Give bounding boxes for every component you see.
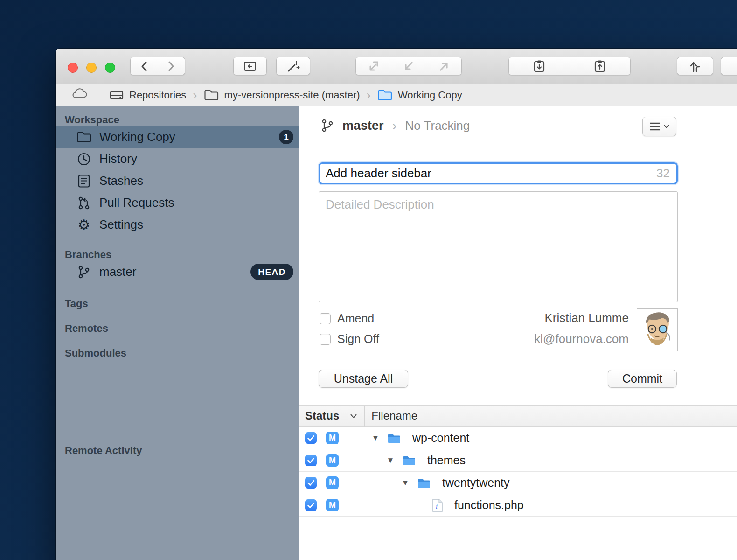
file-row[interactable]: M▼ifunctions.php — [299, 494, 737, 517]
disclosure-triangle-icon[interactable]: ▼ — [369, 434, 382, 443]
branch-icon — [76, 265, 92, 279]
push-button[interactable] — [426, 57, 461, 75]
sidebar-item-history[interactable]: History — [56, 148, 299, 170]
sidebar-item-label: Working Copy — [99, 130, 175, 144]
cloud-icon[interactable] — [71, 87, 89, 103]
unstage-all-button[interactable]: Unstage All — [319, 370, 408, 388]
chevron-down-icon — [664, 125, 669, 128]
commit-subject-wrapper: 32 — [319, 162, 678, 184]
profile-button[interactable] — [721, 57, 737, 75]
file-icon: i — [432, 498, 443, 512]
folder-icon — [402, 455, 416, 466]
sign-off-row: Sign Off — [320, 332, 379, 346]
status-filter-dropdown[interactable] — [350, 414, 357, 418]
drive-icon — [110, 90, 124, 101]
forward-button[interactable] — [158, 57, 185, 75]
desktop-background: Repositories › my-versionpress-site (mas… — [0, 0, 737, 560]
breadcrumb-working-copy[interactable]: Working Copy — [377, 89, 462, 101]
back-button[interactable] — [131, 57, 158, 75]
folder-icon — [204, 89, 219, 101]
arrow-corner-icon — [367, 60, 379, 72]
stage-checkbox[interactable] — [305, 455, 317, 466]
amend-row: Amend — [320, 312, 374, 325]
pull-request-icon — [76, 196, 92, 210]
sidebar-item-stashes[interactable]: Stashes — [56, 170, 299, 192]
traffic-lights — [68, 63, 115, 73]
amend-checkbox[interactable] — [320, 313, 331, 324]
upload-button[interactable] — [677, 57, 713, 75]
file-row[interactable]: M▼wp-content — [299, 427, 737, 449]
upload-icon — [689, 60, 701, 73]
stage-checkbox[interactable] — [305, 432, 317, 444]
save-stash-button[interactable] — [509, 57, 570, 75]
stage-checkbox[interactable] — [305, 499, 317, 511]
file-row[interactable]: M▼themes — [299, 449, 737, 472]
breadcrumb-repositories-label: Repositories — [129, 89, 186, 101]
working-copy-panel: master › No Tracking 32 Amend — [299, 106, 737, 560]
breadcrumb-repositories[interactable]: Repositories — [110, 89, 186, 101]
fetch-button[interactable] — [356, 57, 391, 75]
toolbar — [56, 49, 737, 84]
sidebar-item-working-copy[interactable]: Working Copy 1 — [56, 126, 299, 148]
staged-count-badge: 1 — [279, 130, 293, 144]
disclosure-triangle-icon[interactable]: ▼ — [384, 456, 396, 465]
sidebar-section-remote-activity: Remote Activity — [65, 445, 299, 457]
sidebar-item-label: Pull Requests — [99, 196, 174, 210]
stash-save-icon — [533, 60, 545, 73]
sign-off-label: Sign Off — [337, 332, 379, 346]
history-nav-group — [130, 57, 185, 75]
close-window-button[interactable] — [68, 63, 78, 73]
commit-button[interactable]: Commit — [608, 370, 677, 388]
commit-subject-input[interactable] — [320, 166, 656, 181]
breadcrumb-repo[interactable]: my-versionpress-site (master) — [204, 89, 360, 101]
file-name: functions.php — [454, 498, 524, 512]
avatar[interactable] — [637, 308, 678, 351]
file-name: wp-content — [412, 431, 469, 445]
commit-description-textarea[interactable] — [319, 191, 678, 302]
head-badge: HEAD — [250, 264, 293, 280]
open-repo-group — [233, 57, 267, 75]
sidebar-section-workspace: Workspace — [65, 114, 299, 126]
app-window: Repositories › my-versionpress-site (mas… — [56, 49, 737, 560]
sidebar-divider — [56, 434, 299, 434]
tracking-status-label[interactable]: No Tracking — [405, 119, 470, 133]
sidebar-item-settings[interactable]: ⚙ Settings — [56, 214, 299, 236]
file-table-header: Status Filename — [299, 405, 737, 427]
column-divider — [364, 406, 365, 427]
arrow-up-right-icon — [438, 60, 450, 72]
breadcrumb-repo-label: my-versionpress-site (master) — [224, 89, 360, 101]
author-email: kl@fournova.com — [458, 332, 629, 346]
stage-checkbox[interactable] — [305, 477, 317, 489]
stash-group — [508, 57, 631, 75]
status-column-header[interactable]: Status — [299, 409, 339, 422]
status-badge: M — [326, 476, 339, 489]
current-branch-label[interactable]: master — [342, 119, 384, 133]
chevron-separator-icon: › — [367, 89, 371, 102]
quick-actions-button[interactable] — [277, 57, 310, 75]
sidebar-item-label: History — [99, 152, 137, 166]
sidebar-section-submodules[interactable]: Submodules — [65, 347, 299, 359]
hamburger-icon — [650, 122, 660, 131]
sidebar-section-branches: Branches — [65, 249, 299, 261]
view-options-button[interactable] — [642, 117, 676, 136]
open-panel-button[interactable] — [234, 57, 266, 75]
sidebar-item-pull-requests[interactable]: Pull Requests — [56, 192, 299, 214]
minimize-window-button[interactable] — [86, 63, 97, 73]
publish-group — [677, 57, 713, 75]
sidebar-section-remotes[interactable]: Remotes — [65, 322, 299, 335]
disclosure-triangle-icon[interactable]: ▼ — [399, 478, 411, 488]
gear-icon: ⚙ — [76, 218, 92, 232]
magic-wand-icon — [287, 60, 300, 72]
chevron-down-icon — [350, 414, 357, 418]
folder-blue-icon — [377, 89, 392, 101]
apply-stash-button[interactable] — [570, 57, 631, 75]
sign-off-checkbox[interactable] — [320, 334, 331, 345]
file-row[interactable]: M▼twentytwenty — [299, 472, 737, 494]
pull-button[interactable] — [391, 57, 426, 75]
stash-apply-icon — [594, 60, 606, 73]
sidebar-item-master[interactable]: master HEAD — [56, 261, 299, 283]
chevron-separator-icon: › — [193, 89, 197, 102]
filename-column-header[interactable]: Filename — [371, 409, 417, 422]
sidebar-section-tags[interactable]: Tags — [65, 298, 299, 310]
zoom-window-button[interactable] — [105, 63, 115, 73]
